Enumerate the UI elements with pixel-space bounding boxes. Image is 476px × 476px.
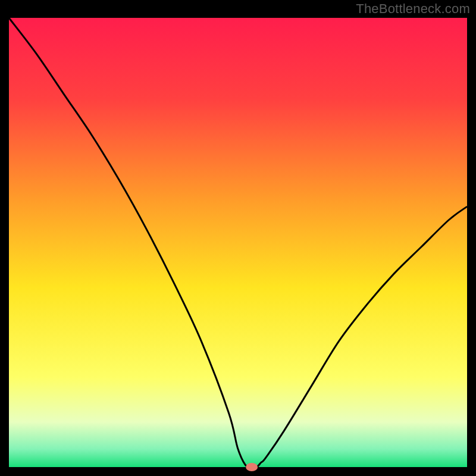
- optimal-point-marker: [246, 463, 258, 471]
- chart-frame: TheBottleneck.com: [0, 0, 476, 476]
- bottleneck-chart: [0, 0, 476, 476]
- attribution-label: TheBottleneck.com: [356, 1, 470, 17]
- heat-gradient-background: [9, 18, 467, 467]
